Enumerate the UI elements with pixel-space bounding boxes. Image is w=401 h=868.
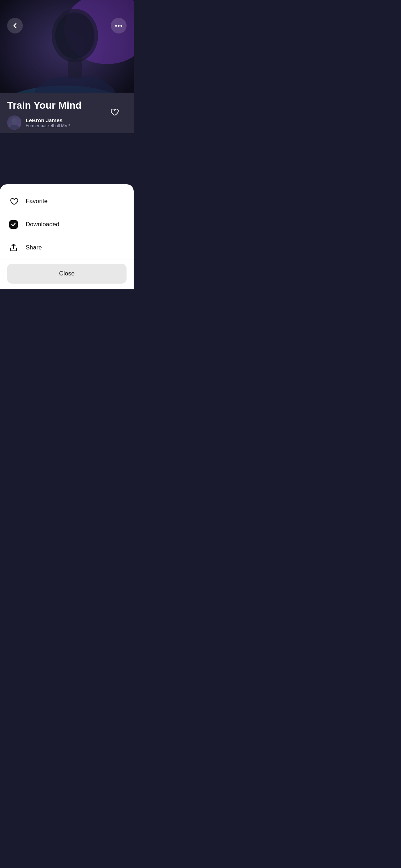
- svg-rect-4: [68, 59, 82, 78]
- download-check-icon: [9, 219, 19, 229]
- svg-point-7: [118, 25, 120, 27]
- author-subtitle: Former basketball MVP: [26, 123, 70, 128]
- share-label: Share: [26, 244, 42, 251]
- svg-point-6: [115, 25, 117, 27]
- svg-point-5: [55, 12, 94, 59]
- content-card: Train Your Mind LeBron James Former bask…: [0, 93, 134, 133]
- back-button[interactable]: [7, 18, 23, 33]
- favorite-menu-item[interactable]: Favorite: [0, 190, 134, 213]
- content-title: Train Your Mind: [7, 100, 127, 111]
- favorite-label: Favorite: [26, 198, 47, 205]
- more-options-button[interactable]: [111, 18, 127, 33]
- heart-icon: [9, 196, 19, 206]
- share-icon: [9, 243, 19, 253]
- svg-point-9: [11, 118, 17, 124]
- close-button[interactable]: Close: [7, 264, 127, 284]
- author-avatar: [7, 115, 21, 130]
- share-menu-item[interactable]: Share: [0, 236, 134, 259]
- author-name: LeBron James: [26, 117, 70, 123]
- downloaded-menu-item[interactable]: Downloaded: [0, 213, 134, 236]
- downloaded-label: Downloaded: [26, 221, 60, 228]
- svg-rect-11: [9, 220, 18, 229]
- bottom-sheet: Favorite Downloaded Share Close: [0, 184, 134, 289]
- favorite-button-header[interactable]: [109, 107, 119, 118]
- svg-point-8: [120, 25, 122, 27]
- svg-point-10: [9, 125, 19, 130]
